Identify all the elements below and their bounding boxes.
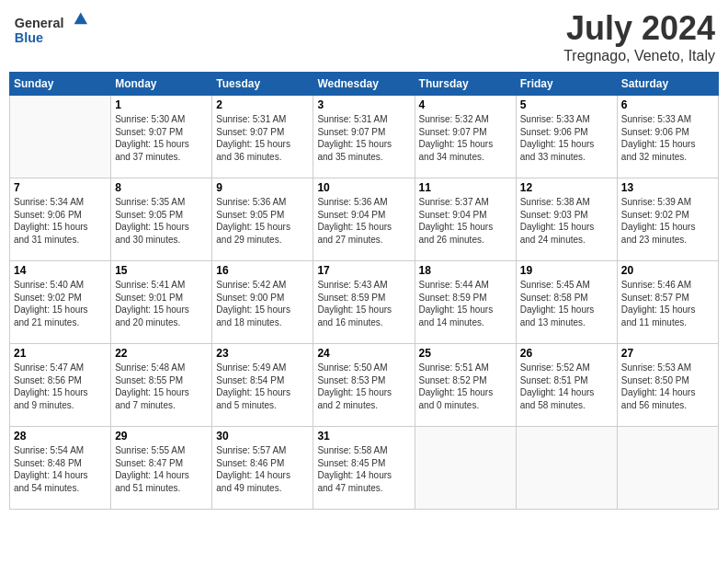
- day-info: Sunrise: 5:36 AM Sunset: 9:04 PM Dayligh…: [317, 196, 410, 246]
- day-number: 28: [14, 430, 107, 442]
- day-info: Sunrise: 5:52 AM Sunset: 8:51 PM Dayligh…: [520, 362, 613, 411]
- day-number: 14: [14, 264, 107, 277]
- calendar-table: SundayMondayTuesdayWednesdayThursdayFrid…: [9, 72, 719, 510]
- day-info: Sunrise: 5:38 AM Sunset: 9:03 PM Dayligh…: [520, 196, 613, 246]
- day-info: Sunrise: 5:31 AM Sunset: 9:07 PM Dayligh…: [317, 113, 410, 163]
- day-number: 2: [216, 98, 309, 111]
- calendar-cell: 22Sunrise: 5:48 AM Sunset: 8:55 PM Dayli…: [111, 344, 212, 427]
- day-number: 11: [419, 181, 512, 194]
- day-info: Sunrise: 5:39 AM Sunset: 9:02 PM Dayligh…: [621, 196, 714, 246]
- calendar-cell: 15Sunrise: 5:41 AM Sunset: 9:01 PM Dayli…: [111, 261, 212, 344]
- day-info: Sunrise: 5:57 AM Sunset: 8:46 PM Dayligh…: [216, 444, 309, 494]
- calendar-week-row: 1Sunrise: 5:30 AM Sunset: 9:07 PM Daylig…: [10, 96, 719, 178]
- calendar-cell: 27Sunrise: 5:53 AM Sunset: 8:50 PM Dayli…: [617, 344, 718, 427]
- day-number: 4: [419, 98, 512, 111]
- svg-text:Blue: Blue: [15, 30, 43, 45]
- calendar-cell: 1Sunrise: 5:30 AM Sunset: 9:07 PM Daylig…: [111, 96, 212, 178]
- calendar-cell: 29Sunrise: 5:55 AM Sunset: 8:47 PM Dayli…: [111, 427, 212, 510]
- title-area: July 2024 Tregnago, Veneto, Italy: [563, 9, 715, 64]
- day-info: Sunrise: 5:33 AM Sunset: 9:06 PM Dayligh…: [621, 113, 714, 163]
- day-info: Sunrise: 5:31 AM Sunset: 9:07 PM Dayligh…: [216, 113, 309, 163]
- day-number: 10: [317, 181, 410, 194]
- day-number: 20: [621, 264, 714, 277]
- day-info: Sunrise: 5:32 AM Sunset: 9:07 PM Dayligh…: [419, 113, 512, 163]
- day-info: Sunrise: 5:54 AM Sunset: 8:48 PM Dayligh…: [14, 444, 107, 494]
- day-info: Sunrise: 5:45 AM Sunset: 8:58 PM Dayligh…: [520, 279, 613, 328]
- day-number: 16: [216, 264, 309, 277]
- day-number: 8: [115, 181, 208, 194]
- logo-svg: General Blue: [13, 9, 96, 51]
- day-number: 19: [520, 264, 613, 277]
- day-of-week-header: Tuesday: [212, 73, 313, 96]
- calendar-cell: 3Sunrise: 5:31 AM Sunset: 9:07 PM Daylig…: [313, 96, 415, 178]
- day-info: Sunrise: 5:53 AM Sunset: 8:50 PM Dayligh…: [621, 362, 714, 411]
- day-of-week-header: Thursday: [415, 73, 516, 96]
- day-number: 30: [216, 430, 309, 442]
- day-number: 18: [419, 264, 512, 277]
- day-info: Sunrise: 5:58 AM Sunset: 8:45 PM Dayligh…: [317, 444, 410, 494]
- calendar-cell: 19Sunrise: 5:45 AM Sunset: 8:58 PM Dayli…: [516, 261, 617, 344]
- svg-text:General: General: [15, 16, 64, 30]
- day-info: Sunrise: 5:55 AM Sunset: 8:47 PM Dayligh…: [115, 444, 208, 494]
- calendar-week-row: 21Sunrise: 5:47 AM Sunset: 8:56 PM Dayli…: [10, 344, 719, 427]
- calendar-cell: 6Sunrise: 5:33 AM Sunset: 9:06 PM Daylig…: [617, 96, 718, 178]
- day-number: 21: [14, 347, 107, 360]
- location-title: Tregnago, Veneto, Italy: [563, 48, 715, 64]
- calendar-cell: 2Sunrise: 5:31 AM Sunset: 9:07 PM Daylig…: [212, 96, 313, 178]
- calendar-cell: 17Sunrise: 5:43 AM Sunset: 8:59 PM Dayli…: [313, 261, 415, 344]
- calendar-cell: [617, 427, 718, 510]
- calendar-cell: 8Sunrise: 5:35 AM Sunset: 9:05 PM Daylig…: [111, 178, 212, 261]
- calendar-cell: 30Sunrise: 5:57 AM Sunset: 8:46 PM Dayli…: [212, 427, 313, 510]
- calendar-cell: 18Sunrise: 5:44 AM Sunset: 8:59 PM Dayli…: [415, 261, 516, 344]
- calendar-cell: 5Sunrise: 5:33 AM Sunset: 9:06 PM Daylig…: [516, 96, 617, 178]
- day-info: Sunrise: 5:34 AM Sunset: 9:06 PM Dayligh…: [14, 196, 107, 246]
- day-of-week-header: Friday: [516, 73, 617, 96]
- day-info: Sunrise: 5:33 AM Sunset: 9:06 PM Dayligh…: [520, 113, 613, 163]
- calendar-cell: 20Sunrise: 5:46 AM Sunset: 8:57 PM Dayli…: [617, 261, 718, 344]
- calendar-cell: 26Sunrise: 5:52 AM Sunset: 8:51 PM Dayli…: [516, 344, 617, 427]
- day-number: 13: [621, 181, 714, 194]
- calendar-cell: 24Sunrise: 5:50 AM Sunset: 8:53 PM Dayli…: [313, 344, 415, 427]
- day-number: 9: [216, 181, 309, 194]
- calendar-week-row: 7Sunrise: 5:34 AM Sunset: 9:06 PM Daylig…: [10, 178, 719, 261]
- day-info: Sunrise: 5:50 AM Sunset: 8:53 PM Dayligh…: [317, 362, 410, 411]
- day-number: 31: [317, 430, 410, 442]
- day-number: 27: [621, 347, 714, 360]
- day-number: 7: [14, 181, 107, 194]
- day-of-week-header: Wednesday: [313, 73, 415, 96]
- day-number: 22: [115, 347, 208, 360]
- calendar-cell: 4Sunrise: 5:32 AM Sunset: 9:07 PM Daylig…: [415, 96, 516, 178]
- calendar-week-row: 14Sunrise: 5:40 AM Sunset: 9:02 PM Dayli…: [10, 261, 719, 344]
- day-info: Sunrise: 5:49 AM Sunset: 8:54 PM Dayligh…: [216, 362, 309, 411]
- calendar-cell: 10Sunrise: 5:36 AM Sunset: 9:04 PM Dayli…: [313, 178, 415, 261]
- day-info: Sunrise: 5:48 AM Sunset: 8:55 PM Dayligh…: [115, 362, 208, 411]
- day-number: 6: [621, 98, 714, 111]
- calendar-cell: 14Sunrise: 5:40 AM Sunset: 9:02 PM Dayli…: [10, 261, 111, 344]
- day-of-week-header: Saturday: [617, 73, 718, 96]
- day-number: 25: [419, 347, 512, 360]
- calendar-cell: 31Sunrise: 5:58 AM Sunset: 8:45 PM Dayli…: [313, 427, 415, 510]
- page-header: General Blue July 2024 Tregnago, Veneto,…: [9, 9, 719, 64]
- calendar-header-row: SundayMondayTuesdayWednesdayThursdayFrid…: [10, 73, 719, 96]
- calendar-cell: 7Sunrise: 5:34 AM Sunset: 9:06 PM Daylig…: [10, 178, 111, 261]
- svg-marker-1: [74, 13, 87, 25]
- day-info: Sunrise: 5:40 AM Sunset: 9:02 PM Dayligh…: [14, 279, 107, 328]
- calendar-cell: 21Sunrise: 5:47 AM Sunset: 8:56 PM Dayli…: [10, 344, 111, 427]
- day-info: Sunrise: 5:42 AM Sunset: 9:00 PM Dayligh…: [216, 279, 309, 328]
- day-info: Sunrise: 5:37 AM Sunset: 9:04 PM Dayligh…: [419, 196, 512, 246]
- day-number: 23: [216, 347, 309, 360]
- calendar-cell: [415, 427, 516, 510]
- day-number: 15: [115, 264, 208, 277]
- day-number: 1: [115, 98, 208, 111]
- calendar-cell: 28Sunrise: 5:54 AM Sunset: 8:48 PM Dayli…: [10, 427, 111, 510]
- day-info: Sunrise: 5:43 AM Sunset: 8:59 PM Dayligh…: [317, 279, 410, 328]
- calendar-cell: 13Sunrise: 5:39 AM Sunset: 9:02 PM Dayli…: [617, 178, 718, 261]
- calendar-week-row: 28Sunrise: 5:54 AM Sunset: 8:48 PM Dayli…: [10, 427, 719, 510]
- day-number: 26: [520, 347, 613, 360]
- day-of-week-header: Monday: [111, 73, 212, 96]
- day-info: Sunrise: 5:51 AM Sunset: 8:52 PM Dayligh…: [419, 362, 512, 411]
- day-info: Sunrise: 5:35 AM Sunset: 9:05 PM Dayligh…: [115, 196, 208, 246]
- calendar-cell: 23Sunrise: 5:49 AM Sunset: 8:54 PM Dayli…: [212, 344, 313, 427]
- day-number: 17: [317, 264, 410, 277]
- day-info: Sunrise: 5:36 AM Sunset: 9:05 PM Dayligh…: [216, 196, 309, 246]
